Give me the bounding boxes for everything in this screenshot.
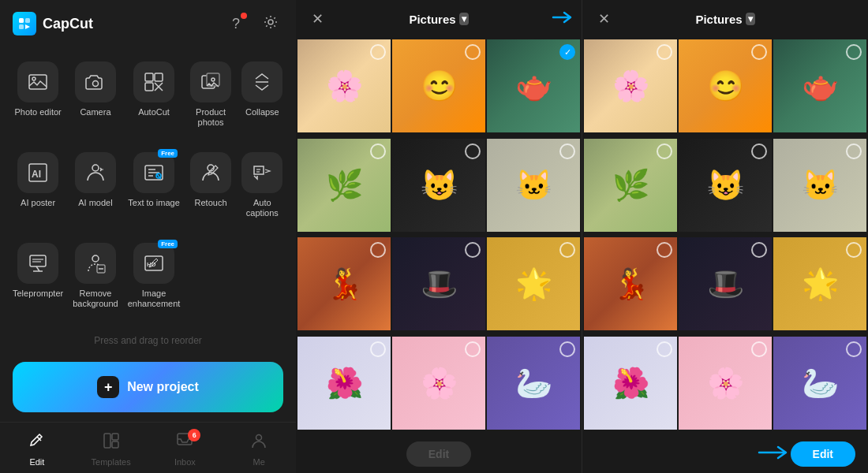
photo-item[interactable]: 🐱 [487,139,580,232]
app-name: CapCut [43,16,93,32]
right-dropdown-chevron[interactable]: ▾ [746,13,755,25]
select-circle[interactable] [465,341,481,357]
photo-item[interactable]: 🌺 [297,337,391,430]
photo-item[interactable]: 🌟 [773,237,866,330]
photo-item[interactable]: 🦢 [487,337,580,430]
nav-edit[interactable]: Edit [0,429,74,470]
notification-dot [241,13,247,19]
help-button[interactable]: ? [223,11,249,36]
photo-item[interactable]: 💃 [297,237,391,330]
tool-autocut[interactable]: AutoCut [125,54,184,141]
tool-remove-background[interactable]: Remove background [69,235,122,322]
teleprompter-icon-box [17,243,58,284]
select-circle[interactable] [559,341,575,357]
select-circle-selected[interactable] [559,44,575,60]
select-circle[interactable] [846,242,862,258]
left-close-button[interactable]: ✕ [305,7,329,31]
autocut-icon [143,71,165,93]
tool-product-photos[interactable]: Product photos [186,54,234,141]
auto-captions-label: Auto captions [241,198,283,218]
photo-item[interactable]: 🌸 [392,337,485,430]
photo-item[interactable]: 😺 [679,139,772,232]
tool-auto-captions[interactable]: Auto captions [238,144,286,232]
svg-rect-5 [29,75,47,89]
left-panel-header: ✕ Pictures ▾ [296,0,582,38]
left-panel: CapCut ? [0,0,296,473]
svg-rect-0 [19,18,24,23]
autocut-icon-box [133,61,174,102]
tool-collapse[interactable]: Collapse [238,54,286,141]
select-circle[interactable] [370,242,386,258]
tool-ai-poster[interactable]: AI AI poster [9,144,66,232]
svg-rect-35 [112,434,118,440]
svg-rect-24 [30,255,46,266]
select-circle[interactable] [846,44,862,60]
tool-camera[interactable]: Camera [69,54,122,141]
select-circle[interactable] [465,44,481,60]
teleprompter-icon [27,252,49,274]
photo-item[interactable]: 🎩 [679,237,772,330]
select-circle[interactable] [370,44,386,60]
right-close-button[interactable]: ✕ [592,7,615,31]
photo-item[interactable]: 🫖 [487,39,580,132]
new-project-label: New project [127,380,199,394]
drag-hint: Press and drag to reorder [0,329,296,352]
select-circle[interactable] [465,143,481,159]
ai-model-icon [84,162,107,184]
tool-image-enhancement[interactable]: Free HD Image enhancement [125,235,184,322]
new-project-button[interactable]: + New project [13,362,283,412]
select-circle[interactable] [559,242,575,258]
teleprompter-label: Teleprompter [13,289,63,299]
nav-templates[interactable]: Templates [74,429,148,470]
photo-item[interactable]: 🌺 [584,337,677,430]
select-circle[interactable] [657,44,672,60]
photo-item[interactable]: 😊 [679,39,772,132]
select-circle[interactable] [657,242,672,258]
tool-retouch[interactable]: Retouch [186,144,234,232]
photo-item[interactable]: 🌸 [679,337,772,430]
photo-item[interactable]: 🎩 [392,237,485,330]
left-dropdown-chevron[interactable]: ▾ [459,13,469,25]
select-circle[interactable] [751,143,767,159]
photo-item[interactable]: 🦢 [773,337,866,430]
photo-item[interactable]: 💃 [584,237,677,330]
nav-me[interactable]: Me [222,429,296,470]
tool-photo-editor[interactable]: Photo editor [9,54,66,141]
photo-item[interactable]: 🫖 [773,39,866,132]
left-media-panel: ✕ Pictures ▾ 🌸 😊 [296,0,582,473]
photo-item[interactable]: 😊 [392,39,485,132]
select-circle[interactable] [370,341,386,357]
select-circle[interactable] [465,242,481,258]
inbox-nav-label: Inbox [174,457,196,467]
tool-text-to-image[interactable]: Free Text to image [125,144,184,232]
select-circle[interactable] [846,341,862,357]
select-circle[interactable] [751,242,767,258]
select-circle[interactable] [370,143,386,159]
select-circle[interactable] [846,143,862,159]
photo-item[interactable]: 🌸 [584,39,677,132]
photo-item[interactable]: 🌸 [297,39,391,132]
select-circle[interactable] [751,44,767,60]
edit-nav-label: Edit [29,457,44,467]
right-photos-grid: 🌸 😊 🫖 🌿 [582,38,868,435]
select-circle[interactable] [751,341,767,357]
photo-item[interactable]: 🌿 [297,139,391,232]
right-media-panel: ✕ Pictures ▾ 🌸 😊 🫖 [582,0,868,473]
nav-inbox[interactable]: 6 Inbox [148,429,223,470]
photo-item[interactable]: 🌟 [487,237,580,330]
select-circle[interactable] [559,143,575,159]
svg-marker-3 [25,24,30,29]
photo-item[interactable]: 🐱 [773,139,866,232]
ai-model-icon-box [75,152,116,193]
select-circle[interactable] [657,341,672,357]
settings-button[interactable] [258,11,283,36]
templates-icon [103,432,120,454]
tool-ai-model[interactable]: AI model [69,144,122,232]
select-circle[interactable] [657,143,672,159]
tool-teleprompter[interactable]: Teleprompter [9,235,66,322]
photo-item[interactable]: 🌿 [584,139,677,232]
image-enhancement-icon: HD [143,252,165,274]
photo-item[interactable]: 😺 [392,139,485,232]
app-header: CapCut ? [0,0,296,47]
edit-button-active[interactable]: Edit [791,441,855,467]
